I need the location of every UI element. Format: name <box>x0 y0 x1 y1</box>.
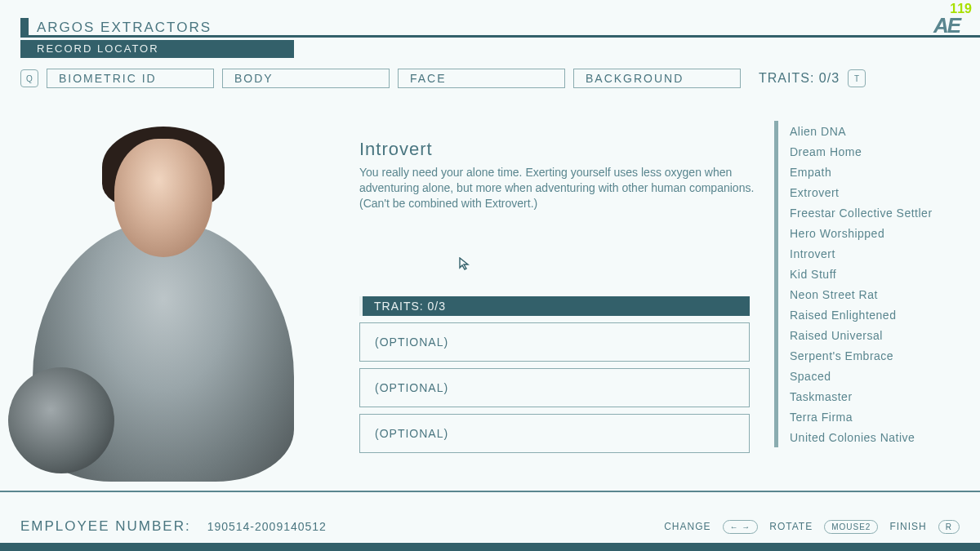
footer-controls: CHANGE ← → ROTATE MOUSE2 FINISH R <box>664 520 960 534</box>
character-helmet <box>8 367 114 473</box>
rotate-key[interactable]: MOUSE2 <box>824 520 878 534</box>
header-bar: ARGOS EXTRACTORS <box>20 18 980 38</box>
employee-number-label: EMPLOYEE NUMBER: <box>20 518 191 535</box>
tab-body[interactable]: BODY <box>222 69 390 88</box>
footer: EMPLOYEE NUMBER: 190514-2009140512 CHANG… <box>20 518 960 535</box>
character-preview[interactable] <box>8 122 318 482</box>
change-keys[interactable]: ← → <box>723 520 759 534</box>
trait-option[interactable]: United Colonies Native <box>790 427 954 447</box>
trait-slot-3[interactable]: (OPTIONAL) <box>359 414 750 453</box>
bottom-strip <box>0 543 980 551</box>
tabs-row: Q BIOMETRIC ID BODY FACE BACKGROUND TRAI… <box>20 69 960 88</box>
tab-biometric-id[interactable]: BIOMETRIC ID <box>47 69 214 88</box>
trait-option[interactable]: Neon Street Rat <box>790 284 954 304</box>
trait-option[interactable]: Kid Stuff <box>790 264 954 284</box>
trait-option[interactable]: Empath <box>790 162 954 182</box>
employee-number-value: 190514-2009140512 <box>207 520 327 533</box>
trait-option[interactable]: Terra Firma <box>790 407 954 427</box>
prev-tab-key[interactable]: Q <box>20 69 38 87</box>
trait-option[interactable]: Alien DNA <box>790 121 954 141</box>
finish-key[interactable]: R <box>938 520 960 534</box>
trait-option[interactable]: Dream Home <box>790 141 954 162</box>
trait-option[interactable]: Freestar Collective Settler <box>790 202 954 223</box>
trait-option[interactable]: Raised Enlightened <box>790 304 954 325</box>
next-tab-key[interactable]: T <box>848 69 866 87</box>
sub-header: RECORD LOCATOR <box>20 40 294 58</box>
rotate-label: ROTATE <box>769 521 813 532</box>
company-logo: AE <box>933 13 960 38</box>
cursor-icon <box>459 257 470 273</box>
tab-face[interactable]: FACE <box>398 69 565 88</box>
header-title: ARGOS EXTRACTORS <box>37 20 212 36</box>
traits-list[interactable]: Alien DNA Dream Home Empath Extrovert Fr… <box>774 121 954 447</box>
footer-divider <box>0 491 980 492</box>
trait-detail-description: You really need your alone time. Exertin… <box>359 165 760 211</box>
finish-label: FINISH <box>889 521 926 532</box>
trait-option[interactable]: Introvert <box>790 243 954 264</box>
trait-detail-title: Introvert <box>359 139 433 160</box>
selected-traits-panel: TRAITS: 0/3 (OPTIONAL) (OPTIONAL) (OPTIO… <box>359 296 750 453</box>
tab-background[interactable]: BACKGROUND <box>573 69 741 88</box>
trait-option[interactable]: Spaced <box>790 366 954 386</box>
character-head <box>114 139 212 257</box>
change-label: CHANGE <box>664 521 710 532</box>
trait-option[interactable]: Raised Universal <box>790 325 954 345</box>
trait-option[interactable]: Extrovert <box>790 182 954 202</box>
selected-traits-header: TRAITS: 0/3 <box>359 296 750 316</box>
trait-slot-1[interactable]: (OPTIONAL) <box>359 322 750 362</box>
header-accent <box>20 18 29 38</box>
trait-option[interactable]: Hero Worshipped <box>790 223 954 243</box>
trait-option[interactable]: Serpent's Embrace <box>790 345 954 366</box>
traits-count-label: TRAITS: 0/3 <box>759 71 840 86</box>
trait-option[interactable]: Taskmaster <box>790 386 954 407</box>
trait-slot-2[interactable]: (OPTIONAL) <box>359 368 750 407</box>
